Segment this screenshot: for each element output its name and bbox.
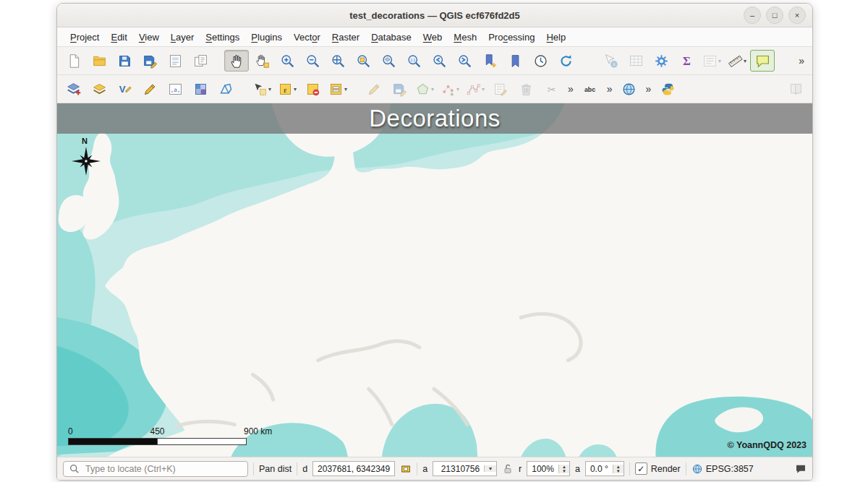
map-canvas[interactable]: Decorations N 0 450 900 km © YoannQD (57, 103, 812, 457)
add-mesh-layer-button[interactable] (213, 78, 238, 100)
pan-to-selection-button[interactable] (250, 50, 274, 72)
dropdown-arrow-icon[interactable]: ▾ (431, 86, 434, 92)
open-data-source-manager-button[interactable] (61, 78, 86, 100)
maximize-button[interactable]: □ (766, 7, 783, 24)
modify-attributes-button[interactable] (488, 78, 513, 100)
menu-edit[interactable]: Edit (105, 30, 132, 45)
zoom-next-button[interactable] (452, 50, 477, 72)
temporal-controller-button[interactable] (528, 50, 553, 72)
menu-view[interactable]: View (133, 30, 165, 45)
magnifier-spinbox[interactable]: 100% ▲ ▼ (527, 461, 570, 476)
dropdown-arrow-icon[interactable]: ▾ (294, 86, 297, 92)
zoom-to-selection-button[interactable] (351, 50, 375, 72)
measure-line-button[interactable]: ▾ (725, 50, 749, 72)
toggle-extents-icon[interactable] (400, 463, 412, 475)
add-raster-layer-button[interactable] (188, 78, 213, 100)
show-spatial-bookmarks-button[interactable] (503, 50, 527, 72)
lock-scale-icon[interactable] (502, 463, 514, 475)
save-project-as-button[interactable] (137, 50, 162, 72)
spin-down-icon[interactable]: ▼ (559, 469, 569, 473)
labeling-options-button[interactable] (578, 78, 603, 100)
add-part-button[interactable]: ▾ (438, 78, 462, 100)
cut-features-button[interactable] (539, 78, 563, 100)
zoom-native-resolution-button[interactable] (401, 50, 426, 72)
select-features-button[interactable]: ▾ (250, 78, 274, 100)
menu-project[interactable]: Project (64, 30, 105, 45)
vertex-tool-button[interactable]: ▾ (463, 78, 488, 100)
menu-plugins[interactable]: Plugins (245, 30, 288, 45)
deselect-features-button[interactable] (300, 78, 325, 100)
save-layer-edits-button[interactable] (387, 78, 412, 100)
zoom-full-extent-button[interactable] (326, 50, 350, 72)
select-by-expression-button[interactable]: ▾ (275, 78, 299, 100)
menu-vector[interactable]: Vector (288, 30, 326, 45)
add-vector-layer-button[interactable] (87, 78, 111, 100)
zoom-in-button[interactable] (275, 50, 299, 72)
plugins-overflow-button[interactable]: » (642, 83, 655, 95)
close-button[interactable]: × (788, 7, 806, 24)
menu-mesh[interactable]: Mesh (448, 30, 482, 45)
show-layout-manager-button[interactable] (188, 50, 213, 72)
dropdown-arrow-icon[interactable]: ▾ (482, 86, 485, 92)
add-polygon-feature-button[interactable]: ▾ (412, 78, 437, 100)
menu-database[interactable]: Database (365, 30, 417, 45)
dropdown-arrow-icon[interactable]: ▾ (456, 86, 459, 92)
menu-web[interactable]: Web (417, 30, 448, 45)
save-project-button[interactable] (112, 50, 137, 72)
new-print-layout-button[interactable] (163, 50, 187, 72)
zoom-last-button[interactable] (427, 50, 451, 72)
menu-raster[interactable]: Raster (326, 30, 365, 45)
options-button[interactable] (649, 50, 673, 72)
new-project-button[interactable] (61, 50, 86, 72)
title-bar[interactable]: test_decorations — QGIS ecf676fd2d5 – □ … (57, 4, 812, 27)
show-panel-list-button[interactable]: ▾ (699, 50, 724, 72)
dropdown-arrow-icon[interactable]: ▾ (718, 58, 721, 64)
map-tips-button[interactable] (750, 50, 775, 72)
toggle-editing-button[interactable] (362, 78, 386, 100)
labeling-overflow-button[interactable]: » (603, 83, 616, 95)
metasearch-button[interactable] (617, 78, 642, 100)
menu-help[interactable]: Help (540, 30, 571, 45)
locator-input[interactable] (84, 463, 242, 475)
statistical-summary-button[interactable] (674, 50, 699, 72)
locator-box[interactable] (63, 461, 248, 477)
render-checkbox[interactable]: ✓ (635, 462, 647, 475)
dropdown-arrow-icon[interactable]: ▾ (344, 86, 347, 92)
scale-dropdown-arrow-icon[interactable]: ▾ (484, 465, 496, 472)
dropdown-arrow-icon[interactable]: ▾ (268, 86, 271, 92)
help-contents-button[interactable] (783, 78, 808, 100)
refresh-map-button[interactable] (553, 50, 578, 72)
new-geopackage-layer-button[interactable] (137, 78, 162, 100)
messages-button[interactable] (795, 463, 807, 475)
add-delimited-text-layer-button[interactable] (163, 78, 187, 100)
toolbar1-overflow-button[interactable]: » (795, 55, 808, 66)
menu-settings[interactable]: Settings (200, 30, 245, 45)
menu-layer[interactable]: Layer (165, 30, 200, 45)
coordinate-field[interactable] (312, 461, 395, 476)
python-console-button[interactable] (655, 78, 680, 100)
identify-features-button[interactable] (598, 50, 623, 72)
rotation-spinbox[interactable]: 0.0 ° ▲ ▼ (585, 461, 624, 476)
pan-map-button[interactable] (224, 50, 249, 72)
open-project-button[interactable] (87, 50, 111, 72)
zoom-out-button[interactable] (300, 50, 325, 72)
rotation-value[interactable]: 0.0 ° (586, 464, 613, 474)
menu-processing[interactable]: Processing (482, 30, 540, 45)
coordinate-input[interactable] (313, 463, 394, 475)
dropdown-arrow-icon[interactable]: ▾ (744, 58, 746, 64)
zoom-to-layer-button[interactable] (376, 50, 401, 72)
magnifier-value[interactable]: 100% (527, 464, 558, 474)
open-attribute-table-button[interactable] (624, 50, 648, 72)
select-by-form-button[interactable]: ▾ (326, 78, 350, 100)
new-shapefile-layer-button[interactable] (112, 78, 137, 100)
render-toggle[interactable]: ✓ Render (635, 462, 681, 475)
digitizing-overflow-button[interactable]: » (564, 83, 577, 95)
spin-down-icon[interactable]: ▼ (613, 469, 624, 473)
scale-value[interactable]: 21310756 (433, 464, 484, 474)
new-spatial-bookmark-button[interactable] (477, 50, 502, 72)
minimize-button[interactable]: – (744, 7, 761, 24)
europe-basemap (57, 103, 812, 457)
scale-combo[interactable]: 21310756 ▾ (433, 461, 497, 476)
delete-selected-button[interactable] (514, 78, 538, 100)
crs-status-button[interactable]: EPSG:3857 (692, 463, 754, 475)
